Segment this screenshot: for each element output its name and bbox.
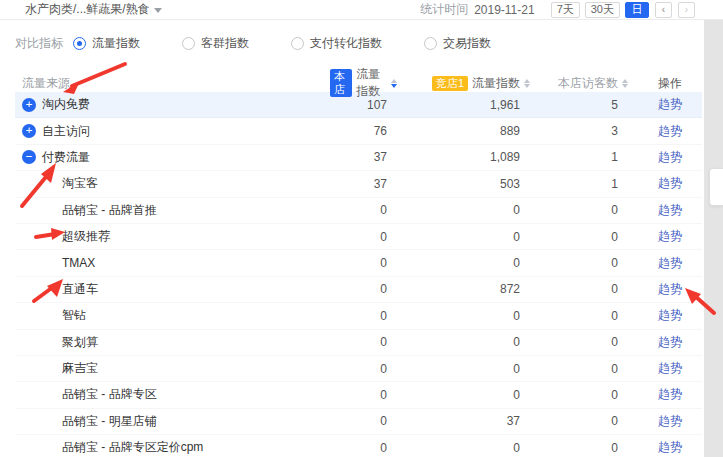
visitors-value: 0	[530, 282, 628, 296]
col-header-shop-index[interactable]: 本店 流量指数	[330, 66, 397, 100]
table-row: + 自主访问 76 889 3 趋势	[15, 118, 702, 144]
source-cell: 聚划算	[15, 334, 330, 351]
source-cell: + 淘内免费	[15, 96, 330, 113]
rival-index-value: 37	[397, 414, 530, 428]
visitors-value: 1	[530, 150, 628, 164]
radio-icon	[291, 37, 304, 50]
trend-link[interactable]: 趋势	[658, 335, 682, 349]
trend-link[interactable]: 趋势	[658, 308, 682, 322]
shop-index-value: 107	[330, 98, 397, 112]
metric-radio[interactable]: 流量指数	[73, 35, 140, 52]
trend-link[interactable]: 趋势	[658, 176, 682, 190]
col-header-source: 流量来源	[15, 75, 330, 92]
next-day-button[interactable]: ›	[678, 2, 695, 18]
source-cell: 麻吉宝	[15, 360, 330, 377]
source-cell: 超级推荐	[15, 228, 330, 245]
trend-link[interactable]: 趋势	[658, 203, 682, 217]
visitors-value: 0	[530, 203, 628, 217]
source-name: 直通车	[62, 281, 98, 298]
table-row: 品销宝 - 品牌首推 0 0 0 趋势	[15, 198, 702, 224]
competitor-analysis-page: 水产肉类/...鲜蔬果/熟食 统计时间 2019-11-21 7天30天日 ‹ …	[0, 0, 723, 457]
range-button[interactable]: 30天	[585, 2, 620, 18]
floating-side-widget[interactable]	[709, 168, 723, 206]
metric-radio[interactable]: 交易指数	[424, 35, 491, 52]
source-cell: − 付费流量	[15, 149, 330, 166]
trend-link[interactable]: 趋势	[658, 256, 682, 270]
visitors-value: 1	[530, 177, 628, 191]
metric-radio-label: 流量指数	[92, 35, 140, 52]
topbar: 水产肉类/...鲜蔬果/熟食 统计时间 2019-11-21 7天30天日 ‹ …	[0, 0, 723, 20]
source-cell: 品销宝 - 品牌专区定价cpm	[15, 439, 330, 456]
trend-link[interactable]: 趋势	[658, 414, 682, 428]
compare-metric-label: 对比指标	[15, 35, 63, 52]
source-cell: 智钻	[15, 307, 330, 324]
visitors-value: 0	[530, 388, 628, 402]
trend-link[interactable]: 趋势	[658, 97, 682, 111]
source-name: 品销宝 - 明星店铺	[62, 413, 157, 430]
expand-toggle-icon[interactable]: +	[22, 98, 36, 112]
col-header-rival-index[interactable]: 竞店1 流量指数	[397, 75, 530, 92]
trend-link[interactable]: 趋势	[658, 387, 682, 401]
radio-icon	[424, 37, 437, 50]
rival-index-value: 0	[397, 203, 530, 217]
source-name: 麻吉宝	[62, 360, 98, 377]
source-cell: + 自主访问	[15, 123, 330, 140]
traffic-source-table: 流量来源 本店 流量指数 竞店1 流量指数 本店访客数 操作 + 淘内免费 10…	[15, 66, 702, 457]
trend-link[interactable]: 趋势	[658, 124, 682, 138]
col-header-visitors[interactable]: 本店访客数	[530, 75, 628, 92]
source-cell: 直通车	[15, 281, 330, 298]
expand-toggle-icon[interactable]: −	[22, 150, 36, 164]
shop-index-value: 0	[330, 230, 397, 244]
trend-link[interactable]: 趋势	[658, 282, 682, 296]
table-row: 麻吉宝 0 0 0 趋势	[15, 356, 702, 382]
category-label: 水产肉类/...鲜蔬果/熟食	[25, 1, 150, 18]
visitors-value: 0	[530, 362, 628, 376]
metric-radio[interactable]: 支付转化指数	[291, 35, 382, 52]
shop-index-value: 0	[330, 362, 397, 376]
chevron-down-icon	[154, 8, 162, 13]
range-button[interactable]: 7天	[551, 2, 580, 18]
source-name: 品销宝 - 品牌首推	[62, 202, 157, 219]
table-row: TMAX 0 0 0 趋势	[15, 250, 702, 276]
rival-index-value: 1,961	[397, 98, 530, 112]
shop-index-value: 0	[330, 441, 397, 455]
shop-index-value: 0	[330, 388, 397, 402]
trend-link[interactable]: 趋势	[658, 229, 682, 243]
source-name: 淘宝客	[62, 175, 98, 192]
expand-toggle-icon[interactable]: +	[22, 124, 36, 138]
source-name: 品销宝 - 品牌专区	[62, 386, 157, 403]
source-cell: 淘宝客	[15, 175, 330, 192]
stat-time-label: 统计时间	[420, 1, 468, 18]
rival-index-value: 0	[397, 362, 530, 376]
category-dropdown[interactable]: 水产肉类/...鲜蔬果/熟食	[25, 1, 162, 18]
metric-radio-label: 支付转化指数	[310, 35, 382, 52]
source-cell: 品销宝 - 明星店铺	[15, 413, 330, 430]
table-row: 智钻 0 0 0 趋势	[15, 303, 702, 329]
rival-index-value: 0	[397, 441, 530, 455]
shop-index-value: 37	[330, 150, 397, 164]
col-header-action: 操作	[628, 75, 702, 92]
compare-metric-row: 对比指标 流量指数客群指数支付转化指数交易指数	[0, 26, 723, 60]
source-name: 淘内免费	[42, 96, 90, 113]
metric-radio[interactable]: 客群指数	[182, 35, 249, 52]
table-body: + 淘内免费 107 1,961 5 趋势 + 自主访问 76 889 3 趋势…	[15, 92, 702, 457]
trend-link[interactable]: 趋势	[658, 361, 682, 375]
table-header: 流量来源 本店 流量指数 竞店1 流量指数 本店访客数 操作	[15, 66, 702, 92]
table-row: 淘宝客 37 503 1 趋势	[15, 171, 702, 197]
metric-radio-label: 客群指数	[201, 35, 249, 52]
table-row: − 付费流量 37 1,089 1 趋势	[15, 145, 702, 171]
trend-link[interactable]: 趋势	[658, 150, 682, 164]
stat-date-value: 2019-11-21	[474, 3, 535, 17]
table-row: 品销宝 - 明星店铺 0 37 0 趋势	[15, 409, 702, 435]
table-row: 品销宝 - 品牌专区 0 0 0 趋势	[15, 382, 702, 408]
shop-badge: 本店	[330, 69, 352, 97]
trend-link[interactable]: 趋势	[658, 440, 682, 454]
rival-index-value: 0	[397, 256, 530, 270]
visitors-value: 0	[530, 309, 628, 323]
range-button[interactable]: 日	[625, 2, 649, 18]
rival-index-value: 0	[397, 335, 530, 349]
source-name: 聚划算	[62, 334, 98, 351]
rival-index-value: 872	[397, 282, 530, 296]
prev-day-button[interactable]: ‹	[655, 2, 672, 18]
shop-index-label: 流量指数	[356, 66, 387, 100]
